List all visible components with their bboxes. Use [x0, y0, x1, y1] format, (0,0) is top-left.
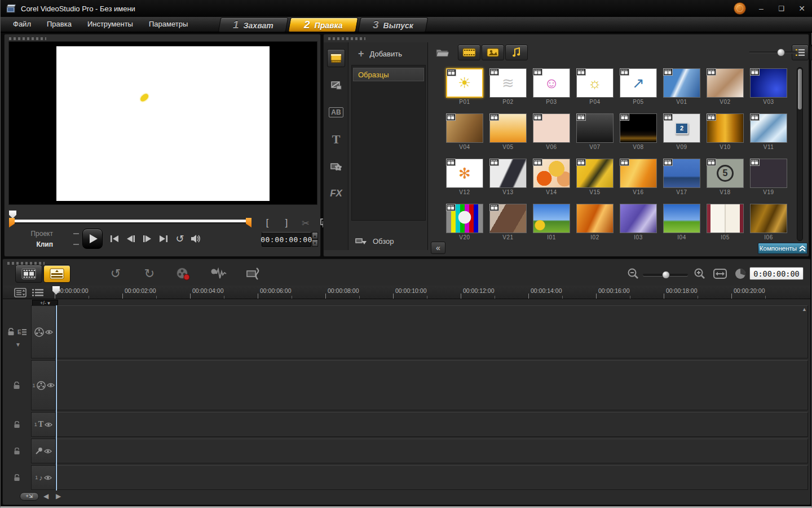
library-item-V11[interactable]: V11 — [747, 113, 790, 150]
home-button[interactable] — [107, 232, 122, 246]
eye-icon[interactable] — [45, 422, 52, 427]
record-capture-button[interactable] — [172, 265, 195, 283]
trim-start-handle[interactable] — [9, 218, 15, 227]
eye-icon[interactable] — [45, 330, 53, 335]
slider-thumb[interactable] — [662, 271, 670, 279]
panel-drag-handle[interactable] — [328, 37, 365, 40]
close-button[interactable]: ✕ — [797, 0, 807, 17]
voice-track-lane[interactable] — [56, 439, 808, 463]
components-button[interactable]: Компоненты — [758, 243, 807, 254]
browse-button[interactable]: Обзор — [355, 237, 394, 246]
library-item-I01[interactable]: I01 — [530, 204, 573, 240]
tracks-scroll-up-icon[interactable]: ▲ — [802, 306, 807, 312]
timeline-view-button[interactable] — [43, 265, 70, 283]
library-item-V14[interactable]: V14 — [530, 159, 573, 195]
library-item-V10[interactable]: V10 — [704, 113, 747, 150]
thumbnail-size-slider[interactable] — [749, 51, 797, 54]
category-item-samples[interactable]: Образцы — [353, 68, 424, 81]
tab-capture[interactable]: 1Захват — [218, 17, 289, 32]
menu-tools[interactable]: Инструменты — [80, 16, 141, 32]
play-button[interactable] — [82, 229, 103, 249]
scroll-right-button[interactable]: ▶ — [56, 492, 61, 500]
overlay-track-lane[interactable] — [56, 360, 808, 410]
library-item-V12[interactable]: ✻V12 — [443, 159, 486, 195]
library-item-V20[interactable]: V20 — [443, 204, 486, 240]
graphic-gallery-icon[interactable] — [327, 157, 345, 176]
library-item-P03[interactable]: ☺P03 — [530, 68, 573, 105]
filter-audio-button[interactable] — [505, 45, 528, 60]
project-mode-label[interactable]: Проект — [30, 230, 53, 238]
preview-timecode[interactable]: 00:00:00:00 — [262, 232, 311, 247]
duration-clock-icon[interactable] — [729, 265, 752, 283]
tab-edit[interactable]: 2Правка — [288, 17, 359, 32]
scroll-left-button[interactable]: ◀ — [43, 492, 48, 500]
track-manager-icon[interactable] — [14, 288, 27, 297]
slider-thumb[interactable] — [777, 49, 785, 56]
import-folder-icon[interactable] — [433, 45, 452, 60]
ripple-edit-button[interactable] — [242, 265, 264, 283]
zoom-out-button[interactable] — [622, 265, 645, 283]
library-item-V04[interactable]: V04 — [443, 113, 486, 150]
library-item-I05[interactable]: I05 — [704, 204, 747, 240]
sound-mixer-button[interactable] — [207, 265, 230, 283]
redo-button[interactable]: ↻ — [138, 265, 161, 283]
timeline-zoom-slider[interactable] — [643, 274, 688, 276]
eye-icon[interactable] — [47, 383, 55, 388]
lock-icon[interactable] — [13, 382, 20, 389]
undo-button[interactable]: ↺ — [104, 265, 127, 283]
menu-settings[interactable]: Параметры — [141, 16, 196, 32]
library-item-V03[interactable]: V03 — [747, 68, 790, 105]
timeline-playhead-line[interactable] — [56, 305, 57, 491]
library-item-P02[interactable]: ≋P02 — [487, 68, 529, 105]
tab-share[interactable]: 3Выпуск — [358, 17, 429, 32]
library-item-V06[interactable]: V06 — [530, 113, 573, 150]
lock-icon[interactable] — [14, 421, 20, 428]
library-item-V07[interactable]: V07 — [573, 113, 616, 150]
library-item-P01[interactable]: ☀P01 — [443, 68, 486, 105]
library-item-V19[interactable]: V19 — [747, 159, 790, 195]
thumbnail-view-button[interactable] — [810, 45, 812, 60]
timecode-spinner[interactable]: ▲ ▼ — [312, 232, 318, 247]
next-frame-button[interactable] — [140, 232, 155, 246]
playback-marker[interactable] — [9, 211, 16, 218]
lock-icon[interactable] — [14, 474, 20, 481]
volume-button[interactable] — [189, 232, 204, 246]
add-category-button[interactable]: + Добавить — [352, 46, 425, 62]
trim-end-handle[interactable] — [246, 218, 251, 227]
library-item-V18[interactable]: 5V18 — [704, 159, 747, 195]
overlay-track-header[interactable]: 1 — [31, 360, 56, 410]
lock-icon[interactable] — [14, 448, 20, 455]
timeline-ruler[interactable]: 00:00:00:0000:00:02:0000:00:04:0000:00:0… — [3, 286, 810, 299]
video-track-lane[interactable] — [56, 305, 808, 358]
library-item-I02[interactable]: I02 — [573, 204, 616, 240]
scrollbar-thumb[interactable] — [798, 69, 802, 110]
voice-track-header[interactable] — [31, 439, 56, 463]
clip-mode-label[interactable]: Клип — [36, 240, 53, 248]
filter-video-button[interactable] — [458, 45, 480, 60]
maximize-button[interactable]: ❑ — [776, 0, 787, 17]
end-button[interactable] — [156, 232, 171, 246]
filter-gallery-icon[interactable]: FX — [327, 185, 345, 203]
library-item-I04[interactable]: I04 — [660, 204, 703, 240]
fit-timeline-button[interactable]: +⇲ — [20, 492, 39, 501]
video-track-header[interactable] — [31, 305, 56, 358]
eye-icon[interactable] — [44, 449, 52, 454]
chapter-list-icon[interactable] — [32, 288, 43, 297]
menu-edit[interactable]: Правка — [39, 16, 80, 32]
transition-gallery-icon[interactable] — [327, 76, 345, 94]
music-track-lane[interactable] — [56, 465, 808, 490]
library-item-V05[interactable]: V05 — [487, 113, 529, 150]
library-item-V09[interactable]: 2V09 — [660, 113, 703, 150]
library-item-V16[interactable]: V16 — [617, 159, 660, 195]
title-track-lane[interactable] — [56, 412, 808, 437]
spin-up-icon[interactable]: ▲ — [312, 232, 318, 239]
library-item-P05[interactable]: ↗P05 — [617, 68, 660, 105]
fit-project-button[interactable] — [709, 265, 731, 283]
library-item-V13[interactable]: V13 — [487, 159, 529, 195]
title-track-header[interactable]: 1T — [31, 412, 56, 437]
library-item-P04[interactable]: ☼P04 — [573, 68, 616, 105]
ripple-list-icon[interactable]: E — [17, 329, 27, 336]
filter-photo-button[interactable] — [482, 45, 504, 60]
library-item-V21[interactable]: V21 — [487, 204, 529, 240]
timeline-timecode[interactable]: 0:00:00:00 — [749, 267, 804, 280]
